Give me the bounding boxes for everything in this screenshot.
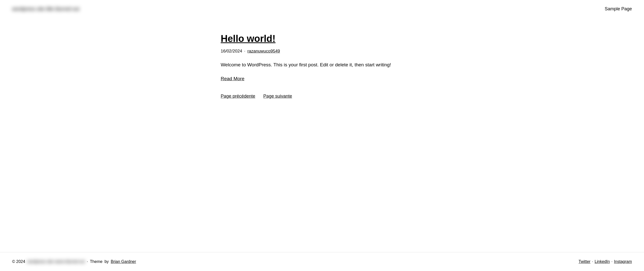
prev-page-link[interactable]: Page précédente [221, 94, 255, 99]
post-meta: 16/02/2024 · razanuwuco9549 [221, 49, 423, 54]
header-nav: Sample Page [605, 6, 632, 12]
footer-theme-text: Theme [90, 259, 103, 264]
main-content: Hello world! 16/02/2024 · razanuwuco9549… [209, 18, 435, 252]
footer-separator: · [87, 259, 88, 264]
site-header: wordpress site title blurred out Sample … [0, 0, 644, 18]
sample-page-link[interactable]: Sample Page [605, 6, 632, 11]
footer-theme-author-link[interactable]: Brian Gardner [111, 259, 136, 264]
post-title: Hello world! [221, 33, 423, 45]
post-article: Hello world! 16/02/2024 · razanuwuco9549… [221, 33, 423, 99]
post-title-link[interactable]: Hello world! [221, 33, 275, 44]
post-content: Welcome to WordPress. This is your first… [221, 61, 423, 69]
read-more-link[interactable]: Read More [221, 76, 244, 82]
instagram-link[interactable]: Instagram [614, 259, 632, 264]
meta-separator: · [244, 49, 245, 54]
next-page-link[interactable]: Page suivante [263, 94, 292, 99]
post-date: 16/02/2024 [221, 49, 242, 54]
linkedin-link[interactable]: LinkedIn [595, 259, 610, 264]
footer-social: Twitter · LinkedIn · Instagram [578, 259, 632, 264]
site-title: wordpress site title blurred out [12, 6, 79, 12]
pagination: Page précédente Page suivante [221, 94, 423, 99]
footer-copyright: © 2024 [12, 259, 25, 264]
footer-left: © 2024 wordpress site name blurred out ·… [12, 259, 136, 264]
post-author-link[interactable]: razanuwuco9549 [247, 49, 280, 54]
social-sep-2: · [611, 259, 612, 264]
site-footer: © 2024 wordpress site name blurred out ·… [0, 252, 644, 271]
footer-theme-by: by [105, 259, 109, 264]
twitter-link[interactable]: Twitter [578, 259, 590, 264]
social-sep-1: · [592, 259, 593, 264]
footer-site-name: wordpress site name blurred out [27, 259, 85, 264]
